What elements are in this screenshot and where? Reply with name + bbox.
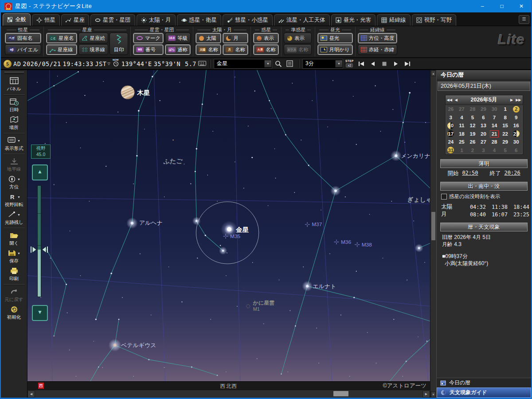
horizontal-scrollbar[interactable]: ◀ ▶ [27, 390, 430, 398]
planet-riseset-checkbox-row[interactable]: 惑星の出没時刻を表示 [441, 193, 531, 200]
keyboard-icon[interactable] [198, 60, 206, 68]
time-value[interactable]: 19:43:33 [63, 60, 94, 67]
timezone-label[interactable]: JST [95, 60, 107, 67]
fov-slider-track[interactable] [37, 185, 41, 297]
ribbon-button-ds-mag[interactable]: 10.0等級 [165, 33, 191, 43]
scroll-up-icon[interactable]: ▲ [431, 70, 436, 76]
prev-year-icon[interactable]: ◀◀ [446, 98, 454, 102]
tab-meteors[interactable]: 流星・人工天体 [274, 14, 330, 26]
calendar-day[interactable]: 13 [478, 121, 489, 130]
sidebar-item-open[interactable]: 開く [2, 230, 27, 247]
object-list-icon[interactable] [285, 59, 295, 68]
calendar-day[interactable]: 4 [489, 146, 500, 155]
sidebar-item-display-format[interactable]: ▼表示形式 [2, 135, 27, 153]
twilight-end-value[interactable]: 20:26 [505, 170, 520, 177]
calendar-day[interactable]: 5 [500, 146, 511, 155]
calendar-day[interactable]: 3 [446, 113, 457, 122]
ribbon-button-sun-label[interactable]: 太陽名称 [196, 44, 221, 55]
tab-nebulae[interactable]: 星雲・星団 [90, 14, 135, 26]
date-value[interactable]: 2026/05/21 [23, 60, 61, 67]
calendar-day[interactable]: 9 [511, 113, 522, 122]
tab-general[interactable]: 全般 [3, 13, 31, 26]
calendar-day[interactable]: 17 [446, 130, 457, 138]
calendar-day[interactable]: 29 [500, 138, 511, 146]
ribbon-button-const-names[interactable]: こと星座名 [46, 33, 77, 43]
calendar-day[interactable]: 30 [489, 105, 500, 113]
step-x2-button[interactable]: STEP x2 [345, 60, 354, 67]
ribbon-button-marker[interactable]: 目印 [110, 33, 128, 55]
tab-graticule[interactable]: 経緯線 [377, 14, 411, 26]
magnitude-limit-value[interactable]: 5.7 [185, 60, 196, 67]
chevron-down-icon[interactable]: ▼ [264, 60, 271, 67]
step-back-button[interactable] [368, 59, 378, 68]
fov-slider-handle-right[interactable] [42, 245, 49, 256]
scroll-right-icon[interactable]: ▶ [422, 391, 430, 398]
calendar-day[interactable]: 22 [500, 130, 511, 138]
calendar-day[interactable]: 2 [511, 105, 522, 113]
tab-comets[interactable]: 彗星・小惑星 [223, 14, 273, 26]
tab-stars[interactable]: 恒星 [32, 14, 60, 26]
sidebar-item-trails[interactable]: ▼光跡残し [2, 209, 27, 227]
ribbon-button-sun[interactable]: 太陽 [196, 33, 221, 43]
calendar-day[interactable]: 3 [478, 146, 489, 155]
play-forward-button[interactable] [391, 59, 401, 68]
sidebar-item-print[interactable]: 印刷 [2, 265, 27, 283]
sidebar-item-reset[interactable]: 初期化 [2, 304, 27, 321]
star-chart-area[interactable]: M35M37M36M38かに星雲M1ふたごぎょしゃアルヘナメンカリナンエルナトベ… [27, 70, 430, 398]
calendar-day[interactable]: 10 [446, 121, 457, 130]
ribbon-button-planets-names[interactable]: 火星名称 [253, 44, 279, 55]
fov-slider-handle-left[interactable] [30, 245, 37, 256]
calendar-day[interactable]: 29 [478, 105, 489, 113]
skip-forward-button[interactable] [403, 59, 412, 68]
ribbon-button-ds-marks[interactable]: マーク [133, 33, 164, 43]
calendar-day[interactable]: 26 [446, 105, 457, 113]
object-search-combo[interactable]: 金星 ▼ [214, 59, 272, 68]
calendar-day[interactable]: 7 [489, 113, 500, 122]
skip-back-button[interactable] [356, 59, 366, 68]
calendar-day[interactable]: 2 [467, 146, 478, 155]
ribbon-button-const-lines[interactable]: 星座線 [46, 44, 77, 55]
maximize-button[interactable]: □ [492, 0, 512, 12]
stop-button[interactable] [379, 59, 389, 68]
ribbon-button-const-art[interactable]: 星座絵 [78, 33, 109, 43]
menu-icon[interactable]: ☰ [519, 15, 529, 24]
calendar-day[interactable]: 31 [446, 146, 457, 155]
calendar-day[interactable]: 28 [489, 138, 500, 146]
ribbon-button-ds-numbers[interactable]: M8番号 [133, 44, 164, 55]
horizontal-scroll-thumb[interactable] [333, 391, 348, 396]
close-button[interactable]: ✕ [512, 0, 531, 12]
calendar-day[interactable]: 26 [467, 138, 478, 146]
ribbon-button-planets-show[interactable]: 表示 [253, 33, 279, 43]
tab-daylight[interactable]: 昼光・光害 [331, 14, 376, 26]
ribbon-button-azimuth-grid[interactable]: 方位・高度 [358, 33, 398, 43]
tab-constellations[interactable]: 星座 [61, 14, 89, 26]
ribbon-button-boundaries[interactable]: 境界線 [78, 44, 109, 55]
weekday-badge[interactable]: 5 [4, 60, 12, 68]
calendar-day[interactable]: 8 [500, 113, 511, 122]
calendar-day[interactable]: 23 [511, 130, 522, 138]
calendar-day[interactable]: 24 [446, 138, 457, 146]
calendar-day[interactable]: 19 [467, 130, 478, 138]
ribbon-button-moon-label[interactable]: 月名称 [223, 44, 248, 55]
sidebar-item-direction[interactable]: ▼方位 [2, 173, 27, 191]
next-year-icon[interactable]: ▶▶ [514, 98, 522, 102]
tab-planets[interactable]: 惑星・衛星 [177, 14, 222, 26]
calendar-day[interactable]: 30 [511, 138, 522, 146]
search-icon[interactable] [274, 59, 283, 68]
minimize-button[interactable]: – [473, 0, 492, 12]
checkbox[interactable] [441, 194, 447, 200]
calendar-day-today[interactable]: 21 [489, 130, 500, 138]
prev-month-icon[interactable]: ◀ [454, 98, 459, 102]
ribbon-button-moonlight[interactable]: 月明かり [317, 44, 353, 55]
twilight-start-value[interactable]: 02:50 [462, 170, 478, 177]
zoom-out-button[interactable]: ▼ [32, 305, 48, 321]
calendar-day[interactable]: 25 [456, 138, 467, 146]
calendar-day[interactable]: 1 [500, 105, 511, 113]
calendar-day[interactable]: 15 [500, 121, 511, 130]
calendar-day[interactable]: 27 [456, 105, 467, 113]
vertical-scroll-thumb[interactable] [431, 212, 435, 240]
calendar-day[interactable]: 4 [456, 113, 467, 122]
vertical-scrollbar[interactable]: ▲ ▼ [430, 70, 436, 398]
calendar-day[interactable]: 27 [478, 138, 489, 146]
ribbon-button-ds-names[interactable]: ばら通称 [165, 44, 191, 55]
